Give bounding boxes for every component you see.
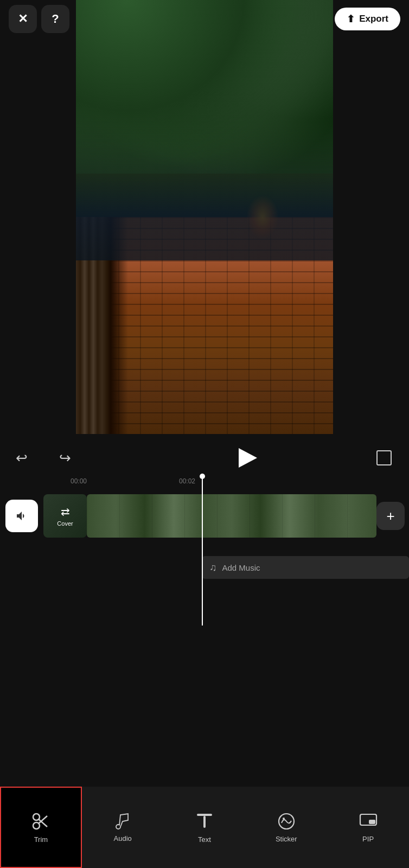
volume-icon [15, 509, 28, 522]
play-icon [239, 448, 257, 468]
volume-button[interactable] [5, 500, 38, 532]
add-music-label: Add Music [222, 563, 260, 572]
tool-trim[interactable]: Trim [0, 787, 82, 868]
timestamp-2: 00:02 [179, 477, 195, 485]
timeline-track: ⇄ Cover + [0, 489, 409, 543]
tool-text[interactable]: Text [164, 787, 246, 868]
bottom-toolbar: Trim Audio Text Sticker PIP [0, 787, 409, 868]
text-icon [196, 812, 213, 831]
tool-audio[interactable]: Audio [82, 787, 164, 868]
cover-arrow-icon: ⇄ [61, 505, 70, 518]
video-preview [76, 0, 333, 434]
sticker-icon [277, 812, 296, 831]
add-music-row[interactable]: ♫ Add Music [202, 556, 409, 579]
tool-pip[interactable]: PIP [327, 787, 409, 868]
redo-button[interactable]: ↪ [43, 442, 87, 474]
close-button[interactable]: ✕ [9, 5, 37, 33]
sticker-label: Sticker [276, 835, 297, 843]
video-strip-frames [87, 494, 376, 538]
timeline-timestamps: 00:00 00:02 [71, 474, 409, 489]
top-bar: ✕ ? ⬆ Export [0, 0, 409, 38]
top-left-buttons: ✕ ? [9, 5, 69, 33]
export-icon: ⬆ [347, 13, 355, 25]
timeline-area: 00:00 / 00:10 00:00 00:02 ⇄ Cover + ♫ Ad… [0, 474, 409, 626]
video-strip[interactable] [87, 494, 376, 538]
export-button[interactable]: ⬆ Export [335, 8, 400, 30]
audio-icon [114, 813, 131, 830]
svg-rect-4 [197, 814, 212, 816]
trim-label: Trim [34, 835, 48, 844]
play-button[interactable] [87, 442, 409, 474]
cover-label: Cover [57, 520, 73, 527]
svg-rect-9 [369, 820, 375, 824]
text-label: Text [198, 835, 211, 844]
export-label: Export [359, 14, 388, 24]
add-clip-button[interactable]: + [376, 502, 405, 530]
pip-label: PIP [362, 835, 374, 843]
video-background [76, 0, 333, 434]
fullscreen-button[interactable] [368, 442, 400, 474]
fullscreen-icon [376, 450, 392, 465]
scissors-icon [31, 812, 50, 831]
lantern-glow [246, 195, 279, 239]
help-button[interactable]: ? [41, 5, 69, 33]
undo-button[interactable]: ↩ [0, 442, 43, 474]
playhead [202, 474, 203, 626]
audio-label: Audio [114, 834, 132, 843]
controls-bar: ↩ ↪ [0, 438, 409, 477]
svg-rect-5 [203, 816, 206, 828]
fence [76, 217, 163, 434]
timestamp-0: 00:00 [71, 477, 87, 485]
svg-point-7 [283, 818, 285, 820]
cover-thumbnail[interactable]: ⇄ Cover [43, 494, 87, 538]
music-icon: ♫ [209, 562, 217, 573]
pip-icon [359, 812, 378, 831]
tool-sticker[interactable]: Sticker [245, 787, 327, 868]
